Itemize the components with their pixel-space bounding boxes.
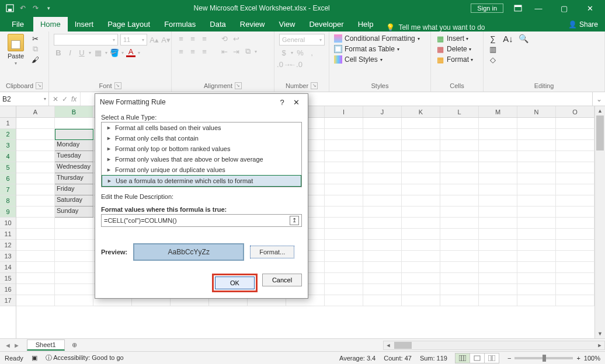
tab-home[interactable]: Home: [33, 17, 68, 32]
merge-center-icon[interactable]: ⧉: [243, 47, 252, 56]
new-sheet-button[interactable]: ⊕: [68, 340, 81, 351]
cell[interactable]: [363, 118, 402, 129]
autosum-icon[interactable]: ∑: [488, 34, 498, 43]
wrap-text-icon[interactable]: ↩: [231, 34, 241, 43]
orientation-icon[interactable]: ⟲: [220, 34, 229, 43]
scroll-right-icon[interactable]: ►: [595, 341, 604, 349]
cell[interactable]: [556, 195, 594, 206]
align-left-icon[interactable]: ≡: [176, 47, 186, 56]
align-top-icon[interactable]: ≡: [176, 34, 186, 43]
scroll-thumb[interactable]: [596, 116, 604, 150]
cell[interactable]: [55, 251, 93, 262]
align-center-icon[interactable]: ≡: [188, 47, 197, 56]
cell[interactable]: [55, 273, 93, 284]
cell[interactable]: [325, 229, 363, 240]
cell[interactable]: [440, 273, 479, 284]
rule-type-item[interactable]: ►Format only values that are above or be…: [102, 154, 301, 164]
decrease-font-icon[interactable]: A▾: [161, 35, 171, 44]
dialog-titlebar[interactable]: New Formatting Rule ? ✕: [95, 94, 308, 110]
tab-insert[interactable]: Insert: [68, 17, 101, 32]
fx-icon[interactable]: fx: [71, 95, 77, 103]
align-right-icon[interactable]: ≡: [200, 47, 209, 56]
cell[interactable]: [479, 262, 517, 273]
bold-button[interactable]: B: [54, 48, 63, 57]
format-button[interactable]: Format...: [250, 246, 294, 258]
zoom-out-button[interactable]: −: [507, 355, 511, 362]
cell[interactable]: [16, 229, 55, 240]
normal-view-button[interactable]: [455, 353, 470, 363]
scroll-down-icon[interactable]: ▼: [595, 329, 605, 338]
delete-cells-button[interactable]: ▦Delete ▾: [436, 44, 471, 54]
formula-input-field[interactable]: =CELL("col")=COLUMN() ↥: [101, 214, 302, 227]
cell[interactable]: [517, 173, 556, 184]
italic-button[interactable]: I: [65, 48, 75, 57]
cell[interactable]: [517, 140, 556, 151]
cell[interactable]: [517, 218, 556, 229]
cell[interactable]: [55, 295, 93, 306]
cell[interactable]: [440, 251, 479, 262]
macro-record-icon[interactable]: ▣: [32, 354, 37, 362]
cell[interactable]: [556, 118, 594, 129]
sheet-tab-sheet1[interactable]: Sheet1: [27, 340, 65, 351]
tab-review[interactable]: Review: [233, 17, 272, 32]
tab-view[interactable]: View: [272, 17, 302, 32]
cell[interactable]: [517, 118, 556, 129]
row-header[interactable]: 17: [0, 295, 16, 306]
fill-color-button[interactable]: 🪣: [110, 48, 119, 57]
comma-icon[interactable]: ,: [307, 48, 317, 57]
format-as-table-button[interactable]: Format as Table ▾: [334, 44, 399, 54]
cell[interactable]: [517, 184, 556, 195]
cell[interactable]: [55, 129, 93, 140]
cell[interactable]: [16, 195, 55, 206]
sheet-prev-icon[interactable]: ◄: [5, 342, 11, 349]
cell[interactable]: [440, 151, 479, 162]
cell[interactable]: [402, 218, 440, 229]
cell[interactable]: [402, 229, 440, 240]
cell[interactable]: [556, 295, 594, 306]
cell[interactable]: [440, 284, 479, 295]
expand-formula-bar-icon[interactable]: ⌄: [592, 92, 605, 106]
cell[interactable]: [556, 140, 594, 151]
insert-cells-button[interactable]: ▦Insert ▾: [436, 34, 468, 43]
cell[interactable]: [402, 162, 440, 173]
accessibility-status[interactable]: ⓘ Accessibility: Good to go: [46, 354, 124, 362]
cell[interactable]: [55, 218, 93, 229]
row-header[interactable]: 7: [0, 184, 16, 195]
cell[interactable]: [556, 229, 594, 240]
row-header[interactable]: 13: [0, 251, 16, 262]
cell[interactable]: [517, 251, 556, 262]
row-header[interactable]: 11: [0, 229, 16, 240]
cell[interactable]: [556, 173, 594, 184]
cell[interactable]: [556, 162, 594, 173]
cancel-entry-icon[interactable]: ✕: [53, 95, 58, 103]
cell[interactable]: Wednesday: [55, 162, 93, 173]
qat-customize-icon[interactable]: ▾: [44, 4, 53, 12]
cell[interactable]: [556, 251, 594, 262]
cell[interactable]: [363, 262, 402, 273]
cell[interactable]: [16, 284, 55, 295]
cell[interactable]: [556, 151, 594, 162]
cell[interactable]: [479, 273, 517, 284]
cell[interactable]: [325, 262, 363, 273]
cell[interactable]: [479, 229, 517, 240]
column-header[interactable]: A: [16, 106, 55, 117]
cell[interactable]: [556, 262, 594, 273]
cell[interactable]: [479, 251, 517, 262]
row-header[interactable]: 14: [0, 262, 16, 273]
scroll-up-icon[interactable]: ▲: [595, 106, 605, 116]
column-header[interactable]: M: [479, 106, 517, 117]
sheet-nav[interactable]: ◄►: [0, 342, 25, 349]
font-size-combo[interactable]: 11▾: [120, 34, 147, 46]
sheet-next-icon[interactable]: ►: [13, 342, 20, 349]
cell[interactable]: [325, 140, 363, 151]
cell[interactable]: [16, 173, 55, 184]
tab-formulas[interactable]: Formulas: [157, 17, 203, 32]
cell[interactable]: [479, 173, 517, 184]
row-header[interactable]: 5: [0, 162, 16, 173]
cell[interactable]: [440, 140, 479, 151]
format-cells-button[interactable]: ▦Format ▾: [436, 55, 473, 64]
column-header[interactable]: O: [556, 106, 594, 117]
cell[interactable]: [16, 162, 55, 173]
cell[interactable]: [479, 240, 517, 251]
cell[interactable]: [440, 229, 479, 240]
